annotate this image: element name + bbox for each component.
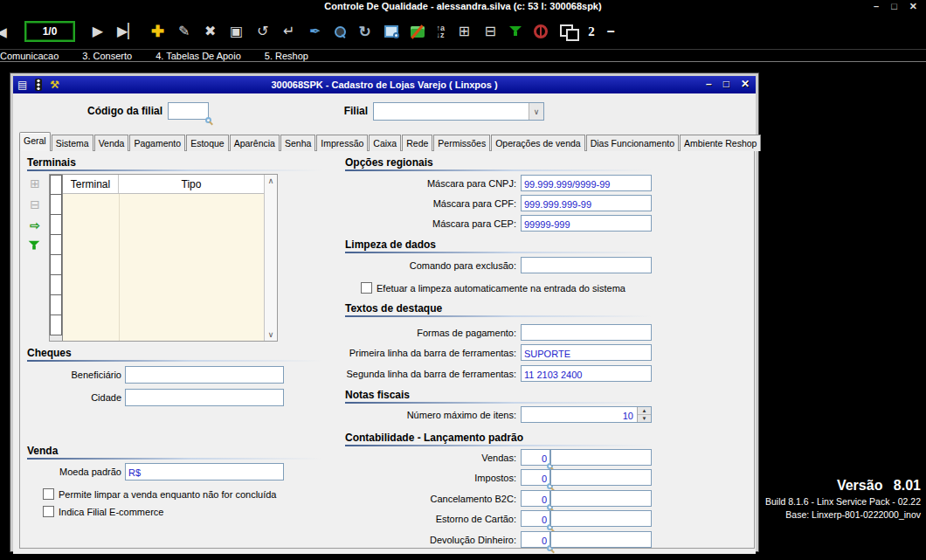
mascara-cnpj-input[interactable]	[522, 177, 651, 192]
row-selector-cell[interactable]	[50, 215, 62, 235]
sort-icon[interactable]: ↑a ↓z	[437, 24, 446, 38]
tab-pagamento[interactable]: Pagamento	[129, 135, 185, 151]
grid-export-icon[interactable]: ⇨	[27, 219, 43, 232]
grid-filter-icon[interactable]	[29, 241, 40, 252]
refresh-icon[interactable]: ↻	[358, 24, 372, 39]
tab-senha[interactable]: Senha	[280, 135, 315, 151]
tab-estoque[interactable]: Estoque	[186, 135, 229, 151]
cancelamento-b2c-desc-input[interactable]	[551, 493, 651, 508]
impostos-desc-input[interactable]	[551, 472, 651, 487]
tab-operacoes-de-venda[interactable]: Operações de venda	[491, 135, 584, 151]
last-record-icon[interactable]: ▶▏	[117, 24, 139, 38]
moeda-padrao-input[interactable]	[126, 465, 283, 480]
delete-record-icon[interactable]: ✖	[204, 24, 218, 38]
primeira-linha-input[interactable]	[522, 347, 651, 362]
permite-limpar-checkbox[interactable]	[43, 488, 54, 500]
spin-down-icon[interactable]: ▼	[638, 415, 651, 422]
scroll-up-icon[interactable]: ∧	[265, 176, 277, 185]
formas-pagamento-field	[521, 324, 652, 341]
next-record-icon[interactable]: ▶	[91, 24, 105, 38]
column-header-terminal[interactable]: Terminal	[63, 175, 119, 193]
menu-item-conserto[interactable]: 3. Conserto	[82, 51, 132, 61]
close-button[interactable]: ✕	[909, 1, 919, 12]
row-selector-cell[interactable]	[50, 275, 62, 295]
impostos-code-input[interactable]	[522, 472, 549, 487]
tab-rede[interactable]: Rede	[402, 135, 432, 151]
terminais-scrollbar[interactable]: ∧ ∨	[264, 175, 277, 341]
maximize-button[interactable]: □	[891, 1, 899, 12]
row-selector-cell[interactable]	[50, 255, 62, 275]
vendas-code-input[interactable]	[522, 452, 549, 467]
column-header-tipo[interactable]: Tipo	[119, 175, 264, 193]
numero-maximo-itens-input[interactable]	[522, 409, 651, 424]
menu-item-reshop[interactable]: 5. Reshop	[265, 51, 308, 61]
mascara-cep-input[interactable]	[522, 218, 651, 232]
dialog-minimize-button[interactable]: –	[706, 78, 712, 90]
save-icon[interactable]: ▣	[230, 24, 244, 38]
beneficiario-input[interactable]	[126, 368, 283, 384]
screen: { "app": { "title": "Controle De Qualida…	[0, 0, 926, 560]
formas-pagamento-input[interactable]	[522, 327, 651, 342]
cancelamento-b2c-label: Cancelamento B2C:	[345, 494, 516, 504]
revert-icon[interactable]: ↺	[256, 24, 270, 38]
mascara-cnpj-field	[521, 175, 652, 191]
add-detail-icon[interactable]: ⊞	[457, 24, 471, 38]
cancelamento-b2c-code-input[interactable]	[522, 493, 549, 508]
terminais-table[interactable]: Terminal Tipo ∧ ∨	[49, 174, 278, 342]
filial-input[interactable]	[374, 104, 543, 121]
minimize-button[interactable]: –	[874, 1, 881, 12]
limpeza-automatica-checkbox[interactable]	[361, 282, 372, 294]
tab-ambiente-reshop[interactable]: Ambiente Reshop	[680, 135, 761, 151]
spin-up-icon[interactable]: ▲	[638, 407, 651, 415]
tab-dias-funcionamento[interactable]: Dias Funcionamento	[586, 135, 679, 151]
tab-venda[interactable]: Venda	[94, 135, 129, 151]
tab-impressao[interactable]: Impressão	[316, 135, 368, 151]
dialog-close-button[interactable]: ✕	[741, 78, 750, 90]
row-selector-cell[interactable]	[50, 235, 62, 255]
devolucao-dinheiro-desc-input[interactable]	[551, 534, 651, 549]
search-icon[interactable]	[335, 26, 346, 38]
row-selector-cell[interactable]	[50, 315, 62, 335]
tab-aparencia[interactable]: Aparência	[230, 135, 280, 151]
filial-combobox[interactable]: ∨	[373, 102, 544, 121]
tab-sistema[interactable]: Sistema	[52, 135, 93, 151]
tab-caixa[interactable]: Caixa	[369, 135, 401, 151]
tab-geral[interactable]: Geral	[19, 132, 51, 151]
codigo-filial-input[interactable]	[169, 104, 208, 120]
devolucao-dinheiro-code-input[interactable]	[522, 534, 549, 549]
edit-record-icon[interactable]: ✎	[177, 24, 191, 38]
tab-permissoes[interactable]: Permissões	[433, 135, 490, 151]
row-selector-cell[interactable]	[50, 295, 62, 315]
grid-insert-icon[interactable]: ⊞	[27, 177, 43, 190]
menu-item-comunicacao[interactable]: Comunicacao	[0, 51, 59, 61]
preview-icon[interactable]	[384, 25, 398, 38]
add-record-icon[interactable]: ✚	[151, 24, 165, 39]
filter-icon[interactable]	[509, 26, 522, 38]
cascade-windows-icon[interactable]	[560, 24, 576, 38]
vendas-desc-input[interactable]	[551, 452, 651, 467]
cidade-input[interactable]	[126, 391, 283, 406]
filial-ecommerce-checkbox[interactable]	[43, 506, 54, 517]
row-selector-cell[interactable]	[50, 195, 62, 215]
grid-remove-icon[interactable]: ⊟	[27, 198, 43, 211]
chevron-down-icon[interactable]: ∨	[529, 103, 543, 120]
terminais-grid-body[interactable]	[63, 194, 264, 341]
remove-detail-icon[interactable]: ⊟	[483, 24, 497, 38]
brush-icon[interactable]: ✒	[308, 24, 322, 38]
estorno-cartao-desc-input[interactable]	[551, 513, 651, 528]
scroll-down-icon[interactable]: ∨	[265, 330, 277, 339]
previous-record-icon[interactable]: ◀	[0, 25, 9, 38]
estorno-cartao-code-input[interactable]	[522, 513, 549, 528]
dialog-titlebar[interactable]: ▤ ⚒ 300068SPK - Cadastro de Lojas Varejo…	[13, 76, 756, 93]
menu-item-tabelas-de-apoio[interactable]: 4. Tabelas De Apoio	[155, 51, 241, 61]
stop-icon[interactable]	[534, 24, 548, 38]
dialog-maximize-button[interactable]: □	[723, 78, 729, 90]
segunda-linha-input[interactable]	[522, 368, 651, 383]
printer-disabled-icon[interactable]	[411, 26, 425, 38]
lookup-icon[interactable]	[205, 117, 211, 123]
comando-exclusao-input[interactable]	[522, 259, 651, 274]
vendas-label: Vendas:	[345, 453, 516, 463]
mascara-cpf-input[interactable]	[522, 197, 651, 212]
row-selector-cell[interactable]	[50, 175, 62, 195]
undo-icon[interactable]: ↵	[282, 24, 296, 38]
